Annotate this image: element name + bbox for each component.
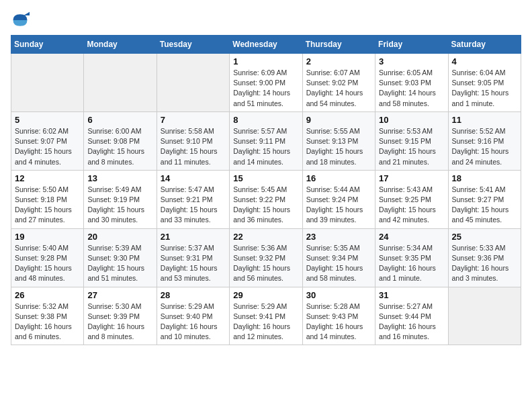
day-detail: Sunrise: 5:36 AMSunset: 9:32 PMDaylight:…: [233, 243, 298, 284]
calendar-cell: 5Sunrise: 6:02 AMSunset: 9:07 PMDaylight…: [11, 111, 84, 170]
day-number: 28: [161, 290, 226, 300]
calendar-cell: 7Sunrise: 5:58 AMSunset: 9:10 PMDaylight…: [157, 111, 229, 170]
calendar-table: SundayMondayTuesdayWednesdayThursdayFrid…: [11, 35, 521, 345]
calendar-cell: 17Sunrise: 5:43 AMSunset: 9:25 PMDayligh…: [375, 170, 448, 228]
calendar-cell: 11Sunrise: 5:52 AMSunset: 9:16 PMDayligh…: [448, 111, 521, 170]
day-detail: Sunrise: 5:52 AMSunset: 9:16 PMDaylight:…: [452, 126, 517, 167]
calendar-cell: 3Sunrise: 6:05 AMSunset: 9:03 PMDaylight…: [375, 54, 448, 112]
day-number: 22: [233, 232, 298, 242]
day-detail: Sunrise: 5:27 AMSunset: 9:44 PMDaylight:…: [379, 302, 444, 342]
day-detail: Sunrise: 5:37 AMSunset: 9:31 PMDaylight:…: [161, 243, 226, 284]
day-detail: Sunrise: 5:47 AMSunset: 9:21 PMDaylight:…: [161, 185, 226, 226]
day-detail: Sunrise: 5:40 AMSunset: 9:28 PMDaylight:…: [15, 243, 80, 284]
calendar-cell: 16Sunrise: 5:44 AMSunset: 9:24 PMDayligh…: [302, 170, 375, 228]
header-day-thursday: Thursday: [302, 36, 375, 54]
calendar-cell: 28Sunrise: 5:29 AMSunset: 9:40 PMDayligh…: [157, 287, 229, 345]
calendar-cell: 23Sunrise: 5:35 AMSunset: 9:34 PMDayligh…: [302, 228, 375, 287]
calendar-cell: [157, 54, 229, 112]
calendar-week-row: 5Sunrise: 6:02 AMSunset: 9:07 PMDaylight…: [11, 111, 521, 170]
day-number: 7: [161, 115, 226, 125]
calendar-cell: 19Sunrise: 5:40 AMSunset: 9:28 PMDayligh…: [11, 228, 84, 287]
calendar-cell: 20Sunrise: 5:39 AMSunset: 9:30 PMDayligh…: [84, 228, 157, 287]
calendar-cell: 21Sunrise: 5:37 AMSunset: 9:31 PMDayligh…: [157, 228, 229, 287]
day-detail: Sunrise: 5:58 AMSunset: 9:10 PMDaylight:…: [161, 126, 226, 167]
day-detail: Sunrise: 5:35 AMSunset: 9:34 PMDaylight:…: [306, 243, 371, 284]
header-day-friday: Friday: [375, 36, 448, 54]
day-number: 23: [306, 232, 371, 242]
day-number: 6: [87, 115, 152, 125]
calendar-cell: 15Sunrise: 5:45 AMSunset: 9:22 PMDayligh…: [230, 170, 302, 228]
day-number: 30: [306, 290, 371, 300]
calendar-cell: 12Sunrise: 5:50 AMSunset: 9:18 PMDayligh…: [11, 170, 84, 228]
day-number: 29: [233, 290, 298, 300]
day-detail: Sunrise: 5:45 AMSunset: 9:22 PMDaylight:…: [233, 185, 298, 226]
day-detail: Sunrise: 6:04 AMSunset: 9:05 PMDaylight:…: [452, 68, 517, 109]
page-header: [11, 11, 521, 30]
day-number: 31: [379, 290, 444, 300]
day-detail: Sunrise: 5:49 AMSunset: 9:19 PMDaylight:…: [87, 185, 152, 226]
calendar-cell: 2Sunrise: 6:07 AMSunset: 9:02 PMDaylight…: [302, 54, 375, 112]
day-detail: Sunrise: 5:39 AMSunset: 9:30 PMDaylight:…: [87, 243, 152, 284]
day-detail: Sunrise: 6:09 AMSunset: 9:00 PMDaylight:…: [233, 68, 298, 109]
day-number: 10: [379, 115, 444, 125]
calendar-cell: [84, 54, 157, 112]
calendar-body: 1Sunrise: 6:09 AMSunset: 9:00 PMDaylight…: [11, 54, 521, 345]
calendar-cell: 24Sunrise: 5:34 AMSunset: 9:35 PMDayligh…: [375, 228, 448, 287]
calendar-cell: 30Sunrise: 5:28 AMSunset: 9:43 PMDayligh…: [302, 287, 375, 345]
calendar-cell: 18Sunrise: 5:41 AMSunset: 9:27 PMDayligh…: [448, 170, 521, 228]
day-detail: Sunrise: 5:32 AMSunset: 9:38 PMDaylight:…: [15, 302, 80, 342]
calendar-week-row: 12Sunrise: 5:50 AMSunset: 9:18 PMDayligh…: [11, 170, 521, 228]
day-detail: Sunrise: 5:33 AMSunset: 9:36 PMDaylight:…: [452, 243, 517, 284]
day-detail: Sunrise: 5:57 AMSunset: 9:11 PMDaylight:…: [233, 126, 298, 167]
calendar-cell: 29Sunrise: 5:29 AMSunset: 9:41 PMDayligh…: [230, 287, 302, 345]
header-day-tuesday: Tuesday: [157, 36, 229, 54]
day-detail: Sunrise: 5:41 AMSunset: 9:27 PMDaylight:…: [452, 185, 517, 226]
day-number: 13: [87, 173, 152, 183]
calendar-cell: 25Sunrise: 5:33 AMSunset: 9:36 PMDayligh…: [448, 228, 521, 287]
day-detail: Sunrise: 5:34 AMSunset: 9:35 PMDaylight:…: [379, 243, 444, 284]
calendar-week-row: 1Sunrise: 6:09 AMSunset: 9:00 PMDaylight…: [11, 54, 521, 112]
calendar-cell: 26Sunrise: 5:32 AMSunset: 9:38 PMDayligh…: [11, 287, 84, 345]
day-number: 4: [452, 56, 517, 66]
logo-icon: [11, 11, 30, 30]
calendar-week-row: 26Sunrise: 5:32 AMSunset: 9:38 PMDayligh…: [11, 287, 521, 345]
day-number: 20: [87, 232, 152, 242]
calendar-cell: [448, 287, 521, 345]
calendar-week-row: 19Sunrise: 5:40 AMSunset: 9:28 PMDayligh…: [11, 228, 521, 287]
day-number: 25: [452, 232, 517, 242]
day-detail: Sunrise: 5:29 AMSunset: 9:40 PMDaylight:…: [161, 302, 226, 342]
calendar-cell: 27Sunrise: 5:30 AMSunset: 9:39 PMDayligh…: [84, 287, 157, 345]
day-detail: Sunrise: 6:02 AMSunset: 9:07 PMDaylight:…: [15, 126, 80, 167]
day-number: 5: [15, 115, 80, 125]
day-detail: Sunrise: 5:29 AMSunset: 9:41 PMDaylight:…: [233, 302, 298, 342]
calendar-cell: 14Sunrise: 5:47 AMSunset: 9:21 PMDayligh…: [157, 170, 229, 228]
day-detail: Sunrise: 5:50 AMSunset: 9:18 PMDaylight:…: [15, 185, 80, 226]
logo: [11, 11, 32, 30]
day-detail: Sunrise: 5:44 AMSunset: 9:24 PMDaylight:…: [306, 185, 371, 226]
day-number: 24: [379, 232, 444, 242]
day-detail: Sunrise: 6:07 AMSunset: 9:02 PMDaylight:…: [306, 68, 371, 109]
day-detail: Sunrise: 6:05 AMSunset: 9:03 PMDaylight:…: [379, 68, 444, 109]
day-number: 17: [379, 173, 444, 183]
calendar-cell: 6Sunrise: 6:00 AMSunset: 9:08 PMDaylight…: [84, 111, 157, 170]
day-number: 8: [233, 115, 298, 125]
calendar-cell: 8Sunrise: 5:57 AMSunset: 9:11 PMDaylight…: [230, 111, 302, 170]
day-detail: Sunrise: 5:43 AMSunset: 9:25 PMDaylight:…: [379, 185, 444, 226]
day-number: 3: [379, 56, 444, 66]
calendar-cell: 10Sunrise: 5:53 AMSunset: 9:15 PMDayligh…: [375, 111, 448, 170]
day-number: 12: [15, 173, 80, 183]
header-day-saturday: Saturday: [448, 36, 521, 54]
day-number: 9: [306, 115, 371, 125]
calendar-cell: 13Sunrise: 5:49 AMSunset: 9:19 PMDayligh…: [84, 170, 157, 228]
day-detail: Sunrise: 5:53 AMSunset: 9:15 PMDaylight:…: [379, 126, 444, 167]
day-detail: Sunrise: 5:55 AMSunset: 9:13 PMDaylight:…: [306, 126, 371, 167]
calendar-cell: 22Sunrise: 5:36 AMSunset: 9:32 PMDayligh…: [230, 228, 302, 287]
day-number: 14: [161, 173, 226, 183]
calendar-cell: [11, 54, 84, 112]
calendar-header: SundayMondayTuesdayWednesdayThursdayFrid…: [11, 36, 521, 54]
day-number: 26: [15, 290, 80, 300]
day-number: 27: [87, 290, 152, 300]
day-number: 1: [233, 56, 298, 66]
day-number: 15: [233, 173, 298, 183]
calendar-cell: 31Sunrise: 5:27 AMSunset: 9:44 PMDayligh…: [375, 287, 448, 345]
